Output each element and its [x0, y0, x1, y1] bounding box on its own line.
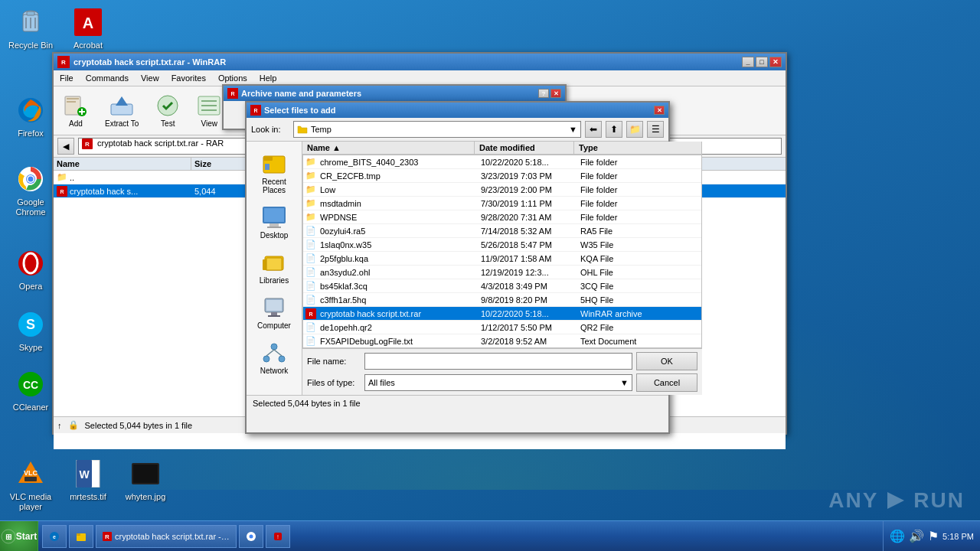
- fb-cell-type-chrome-bits: File folder: [577, 158, 701, 167]
- filetype-combo[interactable]: All files ▼: [364, 374, 632, 391]
- fb-row-de1opehh[interactable]: 📄 de1opehh.qr2 1/12/2017 5:50 PM QR2 Fil…: [303, 321, 701, 334]
- tray-network-icon[interactable]: 🌐: [890, 529, 905, 543]
- firefox-label: Firefox: [18, 129, 44, 139]
- explorer-taskbar-icon: [76, 531, 87, 542]
- left-panel-network[interactable]: Network: [247, 337, 302, 379]
- start-button[interactable]: ⊞ Start: [0, 521, 38, 552]
- winrar-menu-help[interactable]: Help: [253, 72, 283, 84]
- cancel-button[interactable]: Cancel: [636, 373, 697, 392]
- filetype-arrow: ▼: [620, 378, 629, 387]
- winrar-titlebar: R cryptotab hack script.txt.rar - WinRAR…: [54, 54, 786, 70]
- view-mode-btn[interactable]: ☰: [647, 121, 664, 138]
- archive-params-help-btn[interactable]: ?: [538, 89, 549, 98]
- select-files-close-btn[interactable]: ✕: [654, 106, 665, 115]
- nav-up-btn[interactable]: ⬆: [606, 121, 622, 138]
- left-panel-computer[interactable]: Computer: [247, 292, 302, 334]
- word-doc-label: mrtests.tif: [70, 492, 106, 502]
- left-panel-recent-places[interactable]: Recent Places: [247, 148, 302, 198]
- desktop-icon-black-img[interactable]: whyten.jpg: [119, 455, 172, 505]
- folder-icon-low: 📁: [305, 184, 317, 196]
- fb-row-chrome-bits[interactable]: 📁 chrome_BITS_4040_2303 10/22/2020 5:18.…: [303, 155, 701, 169]
- desktop-icon-acrobat[interactable]: A Acrobat: [61, 4, 115, 54]
- fb-cell-type-bs45klaf: 3CQ File: [577, 282, 701, 291]
- winrar-nav-indicator: ↑: [57, 421, 62, 430]
- svg-rect-5: [27, 11, 34, 15]
- winrar-close-btn[interactable]: ✕: [769, 57, 782, 67]
- svg-text:R: R: [60, 189, 64, 194]
- left-panel-libraries[interactable]: Libraries: [247, 246, 302, 289]
- fb-row-low[interactable]: 📁 Low 9/23/2019 2:00 PM File folder: [303, 183, 701, 197]
- chrome-icon: [15, 164, 46, 194]
- nav-back-btn[interactable]: ⬅: [585, 121, 602, 138]
- fb-row-fx5api[interactable]: 📄 FX5APIDebugLogFile.txt 3/2/2018 9:52 A…: [303, 334, 701, 348]
- winrar-menu-view[interactable]: View: [135, 72, 165, 84]
- rar-file-icon: R: [57, 186, 67, 197]
- svg-text:R: R: [253, 108, 257, 113]
- fb-row-cryptotab[interactable]: R cryptotab hack script.txt.rar 10/22/20…: [303, 307, 701, 321]
- fb-cell-name-2p5fgblu: 2p5fgblu.kqa: [317, 254, 478, 263]
- fb-row-an3sydu2[interactable]: 📄 an3sydu2.ohl 12/19/2019 12:3... OHL Fi…: [303, 266, 701, 279]
- taskbar-chrome[interactable]: [239, 525, 263, 548]
- svg-rect-63: [266, 300, 282, 311]
- fb-col-name[interactable]: Name ▲: [302, 142, 475, 154]
- ccleaner-label: CCleaner: [13, 403, 48, 412]
- fb-row-1slaq0nx[interactable]: 📄 1slaq0nx.w35 5/26/2018 5:47 PM W35 Fil…: [303, 238, 701, 252]
- fb-row-cr-e2cfb[interactable]: 📁 CR_E2CFB.tmp 3/23/2019 7:03 PM File fo…: [303, 169, 701, 183]
- desktop-icon-opera[interactable]: Opera: [4, 245, 57, 295]
- winrar-menu-file[interactable]: File: [54, 72, 80, 84]
- desktop-icon-firefox[interactable]: Firefox: [4, 92, 57, 142]
- archive-params-icon: R: [227, 88, 238, 99]
- desktop-icon-ccleaner[interactable]: CC CCleaner: [4, 366, 57, 416]
- fb-cell-type-0ozylui4: RA5 File: [577, 227, 701, 236]
- svg-point-67: [263, 356, 270, 362]
- winrar-maximize-btn[interactable]: □: [756, 57, 768, 67]
- svg-text:e: e: [53, 534, 56, 540]
- fb-row-2p5fgblu[interactable]: 📄 2p5fgblu.kqa 11/9/2017 1:58 AM KQA Fil…: [303, 252, 701, 266]
- winrar-col-name[interactable]: Name: [54, 158, 191, 170]
- tray-volume-icon[interactable]: 🔊: [909, 529, 924, 543]
- test-btn-label: Test: [161, 119, 175, 128]
- fb-row-c3ffh1ar[interactable]: 📄 c3ffh1ar.5hq 9/8/2019 8:20 PM 5HQ File: [303, 293, 701, 307]
- desktop-icon-word-doc[interactable]: W mrtests.tif: [61, 455, 115, 505]
- desktop-icon-vlc[interactable]: VLC VLC media player: [4, 455, 57, 515]
- fb-row-wpdnse[interactable]: 📁 WPDNSE 9/28/2020 7:31 AM File folder: [303, 210, 701, 224]
- filename-input[interactable]: [364, 353, 632, 370]
- winrar-menu-commands[interactable]: Commands: [80, 72, 135, 84]
- winrar-back-btn[interactable]: ◀: [57, 138, 74, 155]
- taskbar-explorer[interactable]: [69, 525, 93, 548]
- winrar-minimize-btn[interactable]: _: [742, 57, 754, 67]
- fb-cell-name-bs45klaf: bs45klaf.3cq: [317, 282, 478, 291]
- desktop-icon-chrome[interactable]: Google Chrome: [4, 161, 57, 220]
- nav-new-folder-btn[interactable]: 📁: [626, 121, 643, 138]
- file-icon-de1opehh: 📄: [305, 321, 317, 334]
- filetype-row: Files of type: All files ▼ Cancel: [307, 373, 697, 392]
- fb-row-0ozylui4[interactable]: 📄 0ozylui4.ra5 7/14/2018 5:32 AM RA5 Fil…: [303, 224, 701, 238]
- anyrun-text: ANY: [828, 488, 878, 513]
- winrar-add-btn[interactable]: Add: [57, 90, 95, 132]
- taskbar-security[interactable]: !: [266, 525, 290, 548]
- winrar-extract-btn[interactable]: Extract To: [98, 90, 145, 132]
- archive-params-close-btn[interactable]: ✕: [550, 89, 561, 98]
- winrar-menu-options[interactable]: Options: [212, 72, 253, 84]
- winrar-col-size[interactable]: Size: [191, 158, 253, 170]
- fb-row-bs45klaf[interactable]: 📄 bs45klaf.3cq 4/3/2018 3:49 PM 3CQ File: [303, 279, 701, 293]
- look-in-combo[interactable]: Temp ▼: [293, 121, 581, 138]
- acrobat-icon: A: [73, 7, 103, 37]
- winrar-test-btn[interactable]: Test: [149, 90, 187, 132]
- desktop-icon-skype[interactable]: S Skype: [4, 306, 57, 356]
- svg-text:R: R: [105, 533, 109, 540]
- ok-button[interactable]: OK: [636, 352, 697, 370]
- desktop-icon-recycle-bin[interactable]: Recycle Bin: [4, 4, 57, 54]
- winrar-title-icon: R: [57, 56, 70, 68]
- fb-col-type[interactable]: Type: [574, 142, 702, 154]
- left-panel-desktop[interactable]: Desktop: [247, 201, 302, 243]
- tray-notification-icon[interactable]: ⚑: [928, 529, 939, 543]
- cryptotab-filename: cryptotab hack s...: [70, 187, 138, 196]
- fb-col-date[interactable]: Date modified: [475, 142, 574, 154]
- taskbar-ie[interactable]: e: [42, 525, 67, 548]
- fb-row-msdtadmin[interactable]: 📁 msdtadmin 7/30/2019 1:11 PM File folde…: [303, 197, 701, 210]
- taskbar-winrar[interactable]: R cryptotab hack script.txt.rar - RAR: [96, 525, 237, 548]
- file-browser-list[interactable]: 📁 chrome_BITS_4040_2303 10/22/2020 5:18.…: [302, 155, 702, 348]
- winrar-menu-favorites[interactable]: Favorites: [165, 72, 212, 84]
- fb-cell-date-low: 9/23/2019 2:00 PM: [478, 185, 577, 194]
